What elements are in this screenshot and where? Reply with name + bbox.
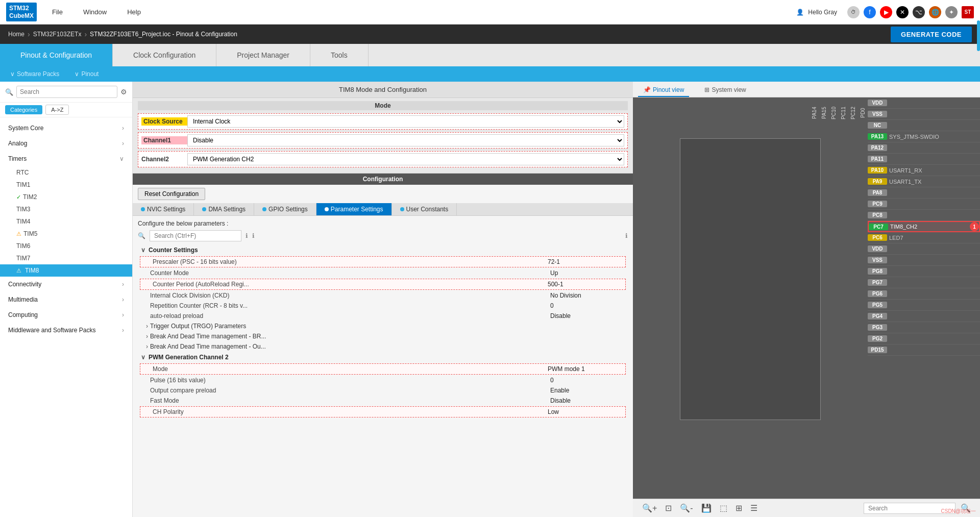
twitter-x-icon[interactable]: ✕ xyxy=(896,6,909,18)
tab-gpio-settings[interactable]: GPIO Settings xyxy=(254,203,316,215)
layers-icon[interactable]: ⬚ xyxy=(719,502,728,514)
grid-icon[interactable]: ⊞ xyxy=(734,502,743,514)
main-tabbar: Pinout & Configuration Clock Configurati… xyxy=(0,44,980,66)
collapse-icon: ∨ xyxy=(141,354,145,361)
top-menubar: STM32 CubeMX File Window Help 👤 Hello Gr… xyxy=(0,0,980,24)
tab-project-manager[interactable]: Project Manager xyxy=(216,44,310,66)
counter-settings-header[interactable]: ∨ Counter Settings xyxy=(138,244,628,256)
sidebar-item-rtc[interactable]: RTC xyxy=(0,166,132,179)
break-dead-time-ou-header[interactable]: › Break And Dead Time management - Ou... xyxy=(138,341,628,352)
config-section: Configuration Reset Configuration NVIC S… xyxy=(133,174,633,517)
left-sidebar: 🔍 ⚙ Categories A->Z System Core › Analog… xyxy=(0,82,133,517)
chevron-right-icon: › xyxy=(122,281,124,288)
settings-icon[interactable]: ⚙ xyxy=(120,88,127,96)
tab-pinout-view[interactable]: 📌 Pinout view xyxy=(638,84,689,97)
pin-badge-pa10: PA10 xyxy=(868,167,887,174)
sidebar-item-analog[interactable]: Analog › xyxy=(0,136,132,151)
fit-screen-icon[interactable]: ⊡ xyxy=(664,502,673,514)
menu-file[interactable]: File xyxy=(52,6,63,18)
pin-col-headers: PD0 PC12 PC11 PC10 PA15 PA14 xyxy=(810,97,868,128)
zoom-in-icon[interactable]: 🔍+ xyxy=(641,502,658,514)
pin-row-pc9: PC9 xyxy=(868,199,980,210)
filter-az-button[interactable]: A->Z xyxy=(45,105,69,115)
pin-badge-pa9: PA9 xyxy=(868,178,887,185)
sidebar-item-tim3[interactable]: TIM3 xyxy=(0,203,132,215)
save-icon[interactable]: 💾 xyxy=(700,502,713,514)
tab-user-constants[interactable]: User Constants xyxy=(392,203,457,215)
param-output-compare: Output compare preload Enable xyxy=(138,385,628,396)
pin-badge-pc9: PC9 xyxy=(868,201,887,207)
sidebar-item-computing[interactable]: Computing › xyxy=(0,307,132,323)
param-counter-period: Counter Period (AutoReload Regi... 500-1 xyxy=(140,279,626,290)
collapse-icon: ∨ xyxy=(141,247,145,254)
sidebar-item-middleware[interactable]: Middleware and Software Packs › xyxy=(0,323,132,338)
sub-tab-pinout[interactable]: ∨ Pinout xyxy=(75,70,99,78)
right-panel: 📌 Pinout view ⊞ System view PD0 PC12 PC1… xyxy=(633,82,980,517)
sidebar-item-system-core[interactable]: System Core › xyxy=(0,120,132,136)
tab-dma-settings[interactable]: DMA Settings xyxy=(194,203,254,215)
check-icon: ✓ xyxy=(16,194,21,201)
trgo-group-header[interactable]: › Trigger Output (TRGO) Parameters xyxy=(138,321,628,331)
tab-system-view[interactable]: ⊞ System view xyxy=(699,84,751,97)
help-icon[interactable]: ℹ xyxy=(252,232,255,239)
counter-settings-group: ∨ Counter Settings Prescaler (PSC - 16 b… xyxy=(138,244,628,321)
sidebar-item-tim2[interactable]: ✓ TIM2 xyxy=(0,191,132,203)
youtube-icon[interactable]: ▶ xyxy=(880,6,892,18)
breadcrumb-home[interactable]: Home xyxy=(8,31,24,38)
sidebar-item-connectivity[interactable]: Connectivity › xyxy=(0,277,132,292)
col-header-pc12: PC12 xyxy=(848,97,858,128)
sidebar-item-tim1[interactable]: TIM1 xyxy=(0,179,132,191)
col-header-pa14: PA14 xyxy=(810,97,819,128)
filter-categories-button[interactable]: Categories xyxy=(5,105,42,114)
st-icon[interactable]: ST xyxy=(962,6,974,18)
github-icon[interactable]: ⌥ xyxy=(913,6,925,18)
zoom-out-icon[interactable]: 🔍- xyxy=(679,502,694,514)
watermark: CSDN@功坦一 xyxy=(941,508,976,515)
breadcrumb-device[interactable]: STM32F103ZETx xyxy=(33,31,82,38)
sidebar-search-row: 🔍 ⚙ xyxy=(0,82,132,103)
param-settings: Configure the below parameters : 🔍 ℹ ℹ ℹ… xyxy=(133,216,633,422)
generate-code-button[interactable]: GENERATE CODE xyxy=(891,27,972,42)
param-search-input[interactable] xyxy=(150,230,241,241)
sidebar-item-tim8[interactable]: ⚠ TIM8 xyxy=(0,264,132,277)
sidebar-search-input[interactable] xyxy=(16,86,117,98)
right-panel-tabs: 📌 Pinout view ⊞ System view xyxy=(633,82,980,97)
menu-help[interactable]: Help xyxy=(127,6,141,18)
tab-parameter-settings[interactable]: Parameter Settings xyxy=(316,203,392,215)
break-dead-time-br-header[interactable]: › Break And Dead Time management - BR... xyxy=(138,331,628,341)
config-header: Configuration xyxy=(133,174,633,185)
sidebar-item-multimedia[interactable]: Multimedia › xyxy=(0,292,132,307)
channel1-select[interactable]: Disable xyxy=(187,134,624,146)
pin-badge-pg7: PG7 xyxy=(868,279,887,286)
menu-window[interactable]: Window xyxy=(83,6,107,18)
tab-pinout-config[interactable]: Pinout & Configuration xyxy=(0,44,113,66)
pwm-group-header[interactable]: ∨ PWM Generation Channel 2 xyxy=(138,352,628,363)
logo: STM32 CubeMX xyxy=(6,3,37,21)
tab-tools[interactable]: Tools xyxy=(310,44,369,66)
channel2-select[interactable]: PWM Generation CH2 xyxy=(187,153,624,165)
pin-row-pc7[interactable]: PC7 TIM8_CH2 1 xyxy=(868,221,980,232)
tab-nvic-settings[interactable]: NVIC Settings xyxy=(133,203,194,215)
channel2-row: Channel2 PWM Generation CH2 xyxy=(138,151,628,167)
list-icon[interactable]: ☰ xyxy=(749,502,758,514)
sidebar-item-tim7[interactable]: TIM7 xyxy=(0,252,132,264)
sidebar-item-tim4[interactable]: TIM4 xyxy=(0,215,132,228)
sub-tab-software-packs[interactable]: ∨ Software Packs xyxy=(10,70,59,78)
info-icon[interactable]: ℹ xyxy=(246,232,248,239)
pin-row-pa8: PA8 xyxy=(868,187,980,199)
info-right-icon[interactable]: ℹ xyxy=(625,232,628,239)
param-counter-mode: Counter Mode Up xyxy=(138,268,628,278)
reset-config-button[interactable]: Reset Configuration xyxy=(138,188,205,200)
param-repetition-counter: Repetition Counter (RCR - 8 bits v... 0 xyxy=(138,301,628,311)
sidebar-item-tim6[interactable]: TIM6 xyxy=(0,240,132,252)
sidebar-item-timers[interactable]: Timers ∨ xyxy=(0,151,132,166)
globe-icon[interactable]: 🌐 xyxy=(929,6,941,18)
sidebar-filter-row: Categories A->Z xyxy=(0,103,132,117)
star-icon[interactable]: ✦ xyxy=(945,6,958,18)
sidebar-item-tim5[interactable]: ⚠ TIM5 xyxy=(0,228,132,240)
tab-clock-config[interactable]: Clock Configuration xyxy=(113,44,216,66)
facebook-icon[interactable]: f xyxy=(864,6,876,18)
chip-die xyxy=(680,138,821,420)
clock-source-select[interactable]: Internal Clock xyxy=(187,115,624,128)
user-area: 👤 Hello Gray xyxy=(796,9,837,16)
